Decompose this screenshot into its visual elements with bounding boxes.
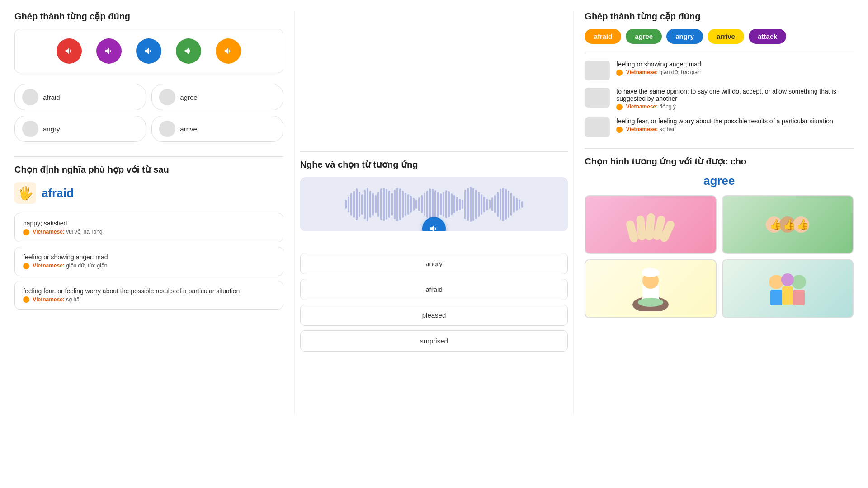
word-avatar-angry (22, 121, 38, 137)
word-item-afraid[interactable]: afraid (14, 84, 146, 110)
word-avatar-afraid (22, 89, 38, 105)
listen-opt-angry[interactable]: angry (300, 253, 568, 274)
match-def-box-3[interactable] (585, 117, 610, 137)
bar (494, 195, 496, 213)
bar (481, 194, 482, 215)
svg-point-15 (638, 298, 663, 307)
chip-angry[interactable]: angry (666, 29, 703, 44)
audio-btn-3[interactable] (136, 38, 161, 64)
def-option-1[interactable]: happy; satisfied Vietnamese: vui vẻ, hài… (14, 213, 283, 242)
bar (372, 193, 374, 216)
match-def-box-2[interactable] (585, 88, 610, 108)
match-def-text-3: feeling fear, or feeling worry about the… (616, 117, 854, 133)
word-grid: afraid agree angry arrive (14, 84, 283, 142)
def-main-2: to have the same opinion; to say one wil… (616, 88, 854, 102)
bar (415, 200, 417, 209)
listen-section: Nghe và chọn từ tương ứng (300, 159, 568, 352)
bar (456, 197, 458, 211)
svg-point-14 (642, 268, 660, 277)
chip-attack[interactable]: attack (749, 29, 786, 44)
bar (388, 191, 390, 218)
img-card-1[interactable] (585, 195, 716, 254)
word-label-agree: agree (180, 94, 197, 101)
bar (396, 188, 398, 221)
def-text-3: feeling fear, or feeling worry about the… (23, 287, 275, 295)
bar (502, 188, 504, 221)
audio-btn-4[interactable] (176, 38, 201, 64)
bar (467, 188, 469, 221)
img-card-2[interactable]: 👍 👍 👍 (722, 195, 854, 254)
svg-rect-17 (770, 290, 782, 305)
listen-opt-afraid[interactable]: afraid (300, 279, 568, 300)
def-text-1: happy; satisfied (23, 220, 275, 227)
listen-opt-surprised[interactable]: surprised (300, 330, 568, 352)
def-option-2[interactable]: feeling or showing anger; mad Vietnamese… (14, 247, 283, 276)
match-def-text-1: feeling or showing anger; mad Vietnamese… (616, 61, 854, 76)
match-viet-key-1: Vietnamese: (626, 69, 658, 75)
audio-btn-5[interactable] (216, 38, 241, 64)
word-item-agree[interactable]: agree (151, 84, 283, 110)
bar (345, 200, 347, 209)
word-chips: afraid agree angry arrive attack (585, 29, 854, 44)
orange-dot-1 (23, 229, 29, 235)
svg-text:👍: 👍 (783, 218, 796, 230)
match-pair-right-title: Ghép thành từng cặp đúng (585, 11, 854, 22)
match-def-box-1[interactable] (585, 61, 610, 80)
def-option-3[interactable]: feeling fear, or feeling worry about the… (14, 281, 283, 310)
bar (505, 189, 507, 220)
word-icon: 🖐️ (14, 182, 36, 204)
bar (375, 195, 377, 213)
bar (486, 199, 488, 210)
bar (521, 201, 523, 208)
img-card-3[interactable] (585, 259, 716, 318)
bar (353, 191, 355, 218)
listen-opt-pleased[interactable]: pleased (300, 305, 568, 326)
word-label-angry: angry (43, 125, 60, 133)
bar (443, 192, 444, 217)
viet-val-1: vui vẻ, hài lòng (66, 229, 102, 235)
bar (453, 195, 455, 213)
waveform-box (300, 177, 568, 231)
viet-val-2: giận dữ, tức giận (66, 263, 107, 269)
audio-btn-1[interactable] (57, 38, 82, 64)
audio-buttons-box (14, 29, 283, 73)
chip-afraid[interactable]: afraid (585, 29, 621, 44)
viet-val-3: sợ hãi (66, 296, 80, 303)
choose-image-title: Chọn hình tương ứng với từ được cho (585, 156, 854, 167)
svg-rect-21 (782, 286, 793, 305)
bar (359, 192, 360, 217)
bar (426, 191, 428, 218)
bar (462, 200, 463, 209)
bar (470, 187, 472, 222)
bar (508, 191, 509, 218)
bar (440, 193, 442, 215)
viet-key-3: Vietnamese: (33, 296, 64, 303)
bar (394, 190, 396, 219)
word-item-angry[interactable]: angry (14, 116, 146, 142)
image-word-label: agree (585, 174, 854, 188)
chip-arrive[interactable]: arrive (708, 29, 744, 44)
audio-btn-2[interactable] (96, 38, 122, 64)
match-viet-val-2: đồng ý (660, 103, 676, 110)
bar (483, 197, 485, 212)
bar (497, 192, 499, 217)
img-card-4[interactable] (722, 259, 854, 318)
chip-agree[interactable]: agree (626, 29, 662, 44)
match-def-item-1: feeling or showing anger; mad Vietnamese… (585, 61, 854, 80)
bar (410, 196, 412, 213)
orange-dot-3 (23, 296, 29, 303)
bar (451, 193, 453, 215)
bar (413, 198, 415, 211)
bar (489, 200, 491, 209)
bar (429, 188, 431, 220)
bar (516, 198, 518, 211)
bar (364, 190, 366, 219)
match-pair-right-section: Ghép thành từng cặp đúng afraid agree an… (585, 11, 854, 137)
def-text-2: feeling or showing anger; mad (23, 253, 275, 261)
choose-image-section: Chọn hình tương ứng với từ được cho agre… (585, 156, 854, 318)
listen-options: angry afraid pleased surprised (300, 253, 568, 352)
match-viet-val-3: sợ hãi (660, 126, 674, 132)
svg-point-16 (769, 275, 783, 289)
bar (386, 189, 387, 220)
word-item-arrive[interactable]: arrive (151, 116, 283, 142)
